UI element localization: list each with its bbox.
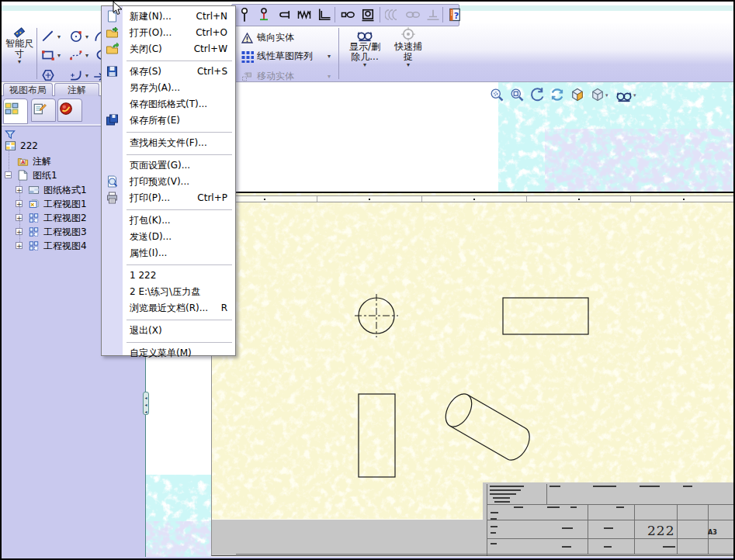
3d-drawing-view-icon[interactable] <box>570 87 585 102</box>
toolbar-separator <box>442 7 443 22</box>
spline-tool-icon[interactable] <box>68 48 85 64</box>
menu-item-O[interactable]: 打开(O)...Ctrl+O <box>102 25 235 41</box>
tree-expander[interactable]: + <box>16 200 23 207</box>
menu-item-X[interactable]: 退出(X) <box>102 323 235 339</box>
mirror-entities-button[interactable]: 镜向实体 <box>241 29 294 45</box>
menu-item-label: 打印预览(V)... <box>130 176 189 187</box>
menu-item-E[interactable]: 保存所有(E) <box>102 112 235 129</box>
line-tool-icon[interactable] <box>40 29 57 45</box>
tree-expander[interactable]: + <box>16 214 23 221</box>
menu-item-C[interactable]: 关闭(C)Ctrl+W <box>102 41 235 57</box>
panel-splitter-handle[interactable]: ◂◂◂ <box>143 392 149 415</box>
heads-up-view-toolbar: ▾▾ <box>489 86 641 105</box>
tree-expander[interactable]: + <box>16 186 23 193</box>
menu-item-label: 打包(K)... <box>130 215 171 226</box>
menu-item-shortcut: R <box>221 300 227 316</box>
label: 移动实体 <box>257 71 294 81</box>
mouse-cursor <box>112 2 123 16</box>
sheet-title-number: 222 <box>647 523 674 538</box>
label: 快速捕捉 <box>391 42 425 62</box>
relations-toolbar: ? <box>231 4 459 26</box>
linear-sketch-pattern-button[interactable]: 线性草图阵列 <box>241 48 313 64</box>
menu-item-S[interactable]: 保存(S)Ctrl+S <box>102 64 235 80</box>
tree-node-label: 图纸1 <box>33 169 57 182</box>
spring-icon[interactable] <box>296 7 314 22</box>
menu-item-label: 1 222 <box>130 270 156 281</box>
bolt-icon[interactable] <box>340 7 357 22</box>
menu-item-2E[interactable]: 2 E:\练习\压力盘 <box>102 284 235 300</box>
tree-node-label: 工程视图4 <box>43 240 87 253</box>
hide-show-items-icon[interactable] <box>616 87 632 102</box>
chevron-down-icon[interactable]: ▾ <box>328 53 331 60</box>
design-library-icon[interactable]: ? <box>447 7 464 22</box>
title-block-text-line <box>663 546 675 548</box>
title-block-line <box>487 520 735 520</box>
drawing-view-icon <box>28 213 40 223</box>
title-block-line <box>546 484 547 504</box>
close-folder-icon <box>106 43 119 55</box>
menu-item-label: 保存(S) <box>130 66 161 77</box>
circle-tool-icon[interactable] <box>68 29 85 45</box>
tree-expander[interactable]: − <box>5 171 12 178</box>
rect-tool-icon[interactable] <box>40 48 57 64</box>
print-preview-icon <box>106 175 119 188</box>
title-block-text-line <box>593 486 616 487</box>
feature-tree-tab-tab[interactable] <box>3 99 28 124</box>
zoom-fit-icon[interactable] <box>489 87 504 102</box>
menu-item-T[interactable]: 保存图纸格式(T)... <box>102 96 235 112</box>
chevron-down-icon[interactable]: ▾ <box>633 92 636 99</box>
sheet-zone-ruler <box>212 195 735 202</box>
tab-视图布局[interactable]: 视图布局 <box>3 83 53 96</box>
label: 显示/删除几... <box>345 42 385 62</box>
zoom-area-icon[interactable] <box>509 87 525 102</box>
chevron-down-icon[interactable]: ▾ <box>57 33 61 40</box>
chevron-down-icon[interactable]: ▾ <box>85 52 88 59</box>
display-style-icon[interactable] <box>590 87 605 102</box>
rotate-view-icon[interactable] <box>550 87 565 102</box>
tree-expander[interactable]: + <box>16 242 23 249</box>
tab-label: 视图布局 <box>9 85 47 95</box>
tab-label: 注解 <box>68 85 86 95</box>
menu-item-D[interactable]: 发送(D)... <box>102 229 235 245</box>
chevron-down-icon[interactable]: ▾ <box>605 92 608 99</box>
menu-item-1222[interactable]: 1 222 <box>102 268 235 284</box>
menu-item-R[interactable]: 浏览最近文档(R)...R <box>102 300 235 316</box>
grid-pattern-icon <box>241 50 254 63</box>
menu-item-F[interactable]: 查找相关文件(F)... <box>102 135 235 151</box>
chevron-down-icon[interactable]: ▾ <box>390 62 427 68</box>
menu-item-I[interactable]: 属性(I)... <box>102 245 235 261</box>
menu-item-P[interactable]: 打印(P)...Ctrl+P <box>102 190 235 206</box>
tree-node-label: 注解 <box>33 155 51 168</box>
menu-item-label: 属性(I)... <box>130 247 167 258</box>
menu-item-M[interactable]: 自定义菜单(M) <box>102 345 235 361</box>
menu-item-A[interactable]: 另存为(A)... <box>102 80 235 96</box>
chevron-down-icon[interactable]: ▾ <box>85 72 88 79</box>
chevron-down-icon[interactable]: ▾ <box>57 52 61 59</box>
tree-node-label: 工程视图3 <box>43 226 87 239</box>
zone-tick <box>683 199 685 200</box>
status-strip <box>2 557 735 560</box>
dimxpert-tab-tab[interactable] <box>57 99 82 122</box>
tree-expander[interactable]: + <box>16 228 23 235</box>
title-block-text-line <box>562 527 573 529</box>
property-manager-tab-tab[interactable] <box>31 99 56 122</box>
corner-bracket-icon[interactable] <box>317 7 334 22</box>
flange-icon[interactable] <box>276 7 293 22</box>
chevron-down-icon[interactable]: ▾ <box>328 73 331 80</box>
chevron-down-icon[interactable]: ▾ <box>85 33 88 40</box>
menu-item-V[interactable]: 打印预览(V)... <box>102 174 235 190</box>
smart-dimension-button[interactable]: 智能尺寸▾ <box>3 26 36 81</box>
menu-item-label: 页面设置(G)... <box>130 160 190 171</box>
title-block-text-line <box>514 506 523 508</box>
pin-icon[interactable] <box>237 7 254 22</box>
menu-item-G[interactable]: 页面设置(G)... <box>102 157 235 174</box>
title-block-text-line <box>490 493 516 495</box>
clamp-icon[interactable] <box>360 7 377 22</box>
chevron-down-icon[interactable]: ▾ <box>343 62 387 68</box>
previous-view-icon[interactable] <box>529 87 545 102</box>
zone-tick <box>578 199 580 200</box>
display-delete-relations-button[interactable]: 显示/删除几...▾ <box>343 26 387 81</box>
vertical-relation-icon[interactable] <box>256 7 273 22</box>
tab-注解[interactable]: 注解 <box>54 83 99 96</box>
menu-item-K[interactable]: 打包(K)... <box>102 213 235 229</box>
